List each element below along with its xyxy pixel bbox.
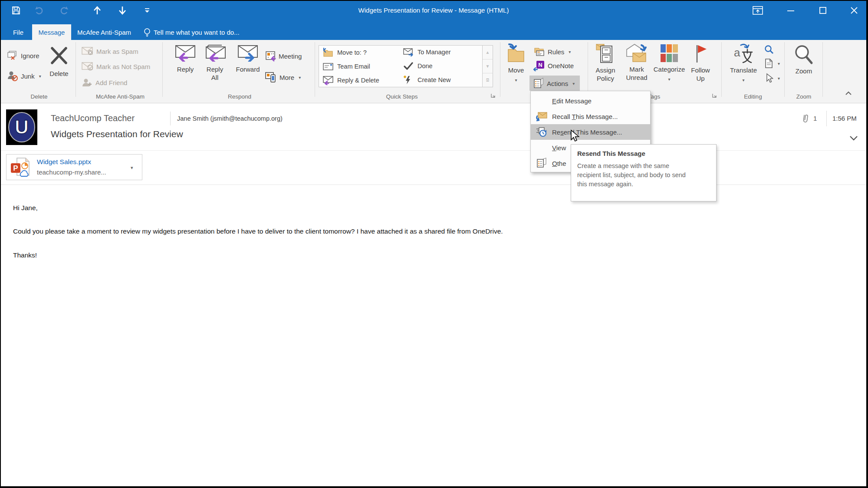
group-label-respond: Respond <box>166 93 313 100</box>
categorize-icon <box>660 43 679 63</box>
resend-message-icon <box>536 126 548 138</box>
move-to-label: Move to: ? <box>337 49 367 56</box>
tab-message[interactable]: Message <box>32 24 71 40</box>
ribbon-display-options-icon <box>752 6 763 15</box>
rules-button[interactable]: Rules <box>533 46 571 57</box>
body-paragraph-2: Could you please take a moment to review… <box>13 228 503 235</box>
categorize-button[interactable]: Categorize <box>653 43 686 83</box>
scroll-more-icon[interactable]: ⍗ <box>483 73 493 87</box>
find-button[interactable] <box>764 44 774 56</box>
group-mcafee: Mark as Spam Mark as Not Spam Add Friend… <box>79 40 161 103</box>
follow-up-label: Follow Up <box>688 66 713 82</box>
zoom-magnifier-icon <box>792 43 815 66</box>
assign-policy-button[interactable]: Assign Policy <box>589 43 621 82</box>
meeting-label: Meeting <box>279 53 302 60</box>
assign-policy-icon <box>595 43 616 64</box>
tell-me-box[interactable]: Tell me what you want to do... <box>154 24 253 40</box>
onenote-button[interactable]: N OneNote <box>533 60 574 71</box>
onenote-icon: N <box>533 60 545 71</box>
follow-up-button[interactable]: Follow Up <box>687 43 714 82</box>
mouse-cursor <box>569 129 581 144</box>
collapse-ribbon-chevron-icon <box>845 90 852 96</box>
maximize-button[interactable] <box>813 3 832 17</box>
reply-all-button[interactable]: Reply All <box>201 44 228 82</box>
ribbon-display-options-button[interactable] <box>748 3 767 17</box>
quick-step-create-new[interactable]: Create New <box>399 73 482 87</box>
attachment-count: 1 <box>813 115 817 122</box>
mark-as-not-spam-button: Mark as Not Spam <box>82 62 150 71</box>
select-arrow-icon <box>764 73 773 83</box>
assign-policy-label: Assign Policy <box>592 66 618 82</box>
actions-button[interactable]: Actions <box>529 76 580 91</box>
tags-dialog-launcher[interactable] <box>712 92 717 100</box>
zoom-label: Zoom <box>796 67 812 75</box>
to-manager-label: To Manager <box>418 49 451 56</box>
ignore-button[interactable]: Ignore <box>7 50 39 61</box>
message-header: U TeachUcomp Teacher Jane Smith (jsmith@… <box>1 104 866 151</box>
minimize-button[interactable] <box>781 3 800 17</box>
delete-button[interactable]: Delete <box>45 44 73 78</box>
quick-step-done[interactable]: Done <box>399 59 482 73</box>
more-respond-label: More <box>279 74 294 81</box>
expand-header-chevron-icon[interactable] <box>849 135 858 143</box>
related-button[interactable] <box>764 58 780 69</box>
move-to-folder-icon <box>322 48 334 57</box>
tooltip-body: Create a message with the same recipient… <box>577 162 686 189</box>
recipient[interactable]: Jane Smith (jsmith@teachucomp.org) <box>177 115 283 122</box>
find-icon <box>764 44 774 55</box>
meeting-button[interactable]: Meeting <box>265 50 302 62</box>
delete-label: Delete <box>49 69 68 78</box>
menu-item-resend-this-message[interactable]: Resend This Message... <box>531 124 650 140</box>
collapse-ribbon-button[interactable] <box>845 90 852 98</box>
sender-name[interactable]: TeachUcomp Teacher <box>51 113 135 123</box>
menu-item-recall-this-message[interactable]: Recall This Message... <box>531 109 650 124</box>
menu-item-edit-message[interactable]: Edit Message <box>531 93 650 109</box>
forward-button[interactable]: Forward <box>233 44 263 73</box>
message-time: 1:56 PM <box>832 115 857 122</box>
mark-as-spam-icon <box>82 46 94 56</box>
close-button[interactable] <box>845 3 864 17</box>
meeting-icon <box>265 50 276 62</box>
ribbon-tab-row: File Message McAfee Anti-Spam Tell me wh… <box>1 20 866 40</box>
attachment-source: teachucomp-my.share... <box>37 168 106 176</box>
select-button[interactable] <box>764 73 780 83</box>
attachment-card[interactable]: P Widget Sales.pptx teachucomp-my.share.… <box>6 154 142 180</box>
reply-envelope-icon <box>175 44 196 62</box>
more-respond-button[interactable]: More <box>265 71 301 83</box>
junk-label: Junk <box>21 73 35 80</box>
reply-button[interactable]: Reply <box>172 44 199 73</box>
follow-up-flag-icon <box>692 43 709 64</box>
group-label-zoom: Zoom <box>785 93 823 100</box>
quick-steps-scrollbar[interactable]: ▲ ▼ ⍗ <box>483 45 493 87</box>
mark-unread-button[interactable]: Mark Unread <box>622 43 651 82</box>
tab-mcafee-anti-spam[interactable]: McAfee Anti-Spam <box>74 24 135 40</box>
quick-step-to-manager[interactable]: To Manager <box>399 45 482 59</box>
powerpoint-file-icon: P <box>10 157 33 178</box>
move-button[interactable]: Move <box>503 43 529 84</box>
translate-button[interactable]: a Translate <box>727 43 760 84</box>
mark-as-not-spam-icon <box>82 62 94 71</box>
junk-button[interactable]: Junk <box>7 70 41 82</box>
scroll-up-icon[interactable]: ▲ <box>483 46 493 59</box>
quick-steps-dialog-launcher[interactable] <box>490 92 496 100</box>
outlook-message-window: Widgets Presentation for Review - Messag… <box>1 1 866 486</box>
done-check-icon <box>403 62 414 70</box>
avatar: U <box>6 109 37 145</box>
resend-tooltip: Resend This Message Create a message wit… <box>571 144 717 201</box>
group-respond: Reply Reply All Forward Meeting More Res… <box>166 40 313 103</box>
mark-as-not-spam-label: Mark as Not Spam <box>96 63 150 70</box>
translate-caret-icon <box>742 75 744 84</box>
zoom-button[interactable]: Zoom <box>790 43 818 75</box>
title-bar: Widgets Presentation for Review - Messag… <box>1 1 866 20</box>
create-new-label: Create New <box>418 76 451 83</box>
forward-label: Forward <box>236 65 260 73</box>
window-title: Widgets Presentation for Review - Messag… <box>1 7 866 14</box>
body-paragraph-3: Thanks! <box>13 251 37 259</box>
team-email-icon <box>322 62 334 71</box>
attachment-name[interactable]: Widget Sales.pptx <box>37 158 91 166</box>
scroll-down-icon[interactable]: ▼ <box>483 59 493 73</box>
actions-label: Actions <box>547 80 568 87</box>
attachment-dropdown-caret-icon[interactable]: ▾ <box>131 165 133 171</box>
tab-file[interactable]: File <box>4 24 32 40</box>
svg-text:a: a <box>734 46 740 59</box>
